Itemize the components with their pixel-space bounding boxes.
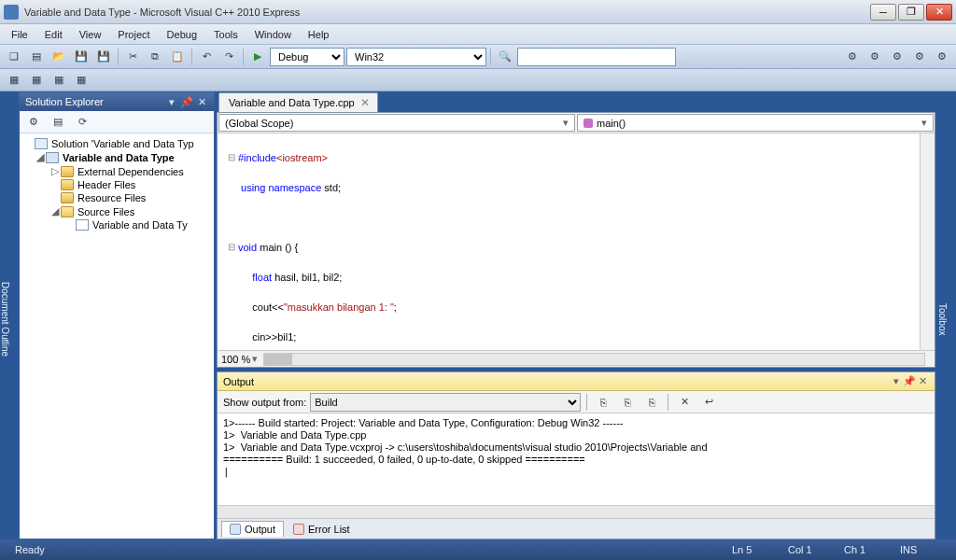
output-pin-icon[interactable]: 📌 [903, 375, 916, 387]
tree-external-deps[interactable]: ▷External Dependencies [20, 164, 214, 178]
separator [118, 49, 119, 65]
document-outline-tab[interactable]: Document Outline [0, 91, 19, 539]
output-header: Output ▾ 📌 ✕ [218, 372, 935, 391]
menu-view[interactable]: View [72, 27, 109, 42]
file-tab-label: Variable and Data Type.cpp [229, 97, 355, 108]
window-title: Variable and Data Type - Microsoft Visua… [24, 7, 870, 18]
output-source-label: Show output from: [223, 397, 306, 408]
properties-icon[interactable]: ⚙ [23, 113, 44, 132]
start-debug-icon[interactable]: ▶ [247, 48, 268, 66]
output-toolbar: Show output from: Build ⎘ ⎘ ⎘ ✕ ↩ [218, 391, 935, 413]
menu-window[interactable]: Window [247, 27, 299, 42]
status-ins: INS [893, 544, 949, 555]
status-ready: Ready [7, 544, 63, 555]
toolbar-main: ❏ ▤ 📂 💾 💾 ✂ ⧉ 📋 ↶ ↷ ▶ Debug Win32 🔍 ⚙ ⚙ … [0, 45, 956, 69]
ext4-icon[interactable]: ⚙ [909, 48, 930, 66]
panel-pin-icon[interactable]: 📌 [180, 95, 193, 108]
editor-wrap: (Global Scope)▾ main()▾ ⊟#include#includ… [217, 112, 935, 368]
tb2-icon3[interactable]: ▦ [49, 71, 69, 90]
ext5-icon[interactable]: ⚙ [932, 48, 952, 66]
refresh-icon[interactable]: ⟳ [72, 113, 92, 132]
output-icon [230, 524, 241, 535]
menu-project[interactable]: Project [110, 27, 157, 42]
tree-cpp-file[interactable]: Variable and Data Ty [20, 218, 214, 231]
menu-file[interactable]: File [4, 27, 35, 42]
separator [191, 49, 192, 65]
method-icon [583, 119, 593, 128]
tb2-icon1[interactable]: ▦ [4, 71, 24, 90]
tree-project[interactable]: ◢Variable and Data Type [20, 150, 214, 164]
menu-tools[interactable]: Tools [206, 27, 246, 42]
out-tb-clear-icon[interactable]: ✕ [674, 393, 695, 412]
main-area: Document Outline Solution Explorer ▾ 📌 ✕… [0, 91, 956, 539]
find-input[interactable] [517, 48, 676, 66]
out-tb-icon1[interactable]: ⎘ [593, 393, 613, 412]
status-col: Col 1 [780, 544, 836, 555]
output-text[interactable]: 1>------ Build started: Project: Variabl… [218, 413, 935, 505]
tb2-icon2[interactable]: ▦ [26, 71, 47, 90]
add-item-icon[interactable]: ▤ [26, 48, 47, 66]
separator [243, 49, 244, 65]
panel-title: Solution Explorer [25, 96, 104, 107]
output-source-dropdown[interactable]: Build [310, 393, 581, 412]
restore-button[interactable]: ❐ [898, 4, 924, 21]
copy-icon[interactable]: ⧉ [145, 48, 165, 66]
panel-close-icon[interactable]: ✕ [195, 95, 208, 108]
output-scroll-h[interactable] [218, 505, 935, 518]
toolbar-secondary: ▦ ▦ ▦ ▦ [0, 69, 956, 91]
tree-solution[interactable]: Solution 'Variable and Data Typ [20, 137, 214, 150]
config-dropdown[interactable]: Debug [270, 48, 344, 66]
titlebar: Variable and Data Type - Microsoft Visua… [0, 0, 956, 24]
solution-tree: Solution 'Variable and Data Typ ◢Variabl… [20, 133, 214, 539]
toolbox-tab[interactable]: Toolbox [937, 91, 956, 539]
bottom-tab-output[interactable]: Output [221, 521, 284, 537]
platform-dropdown[interactable]: Win32 [346, 48, 486, 66]
out-tb-wrap-icon[interactable]: ↩ [698, 393, 719, 412]
tree-header-files[interactable]: Header Files [20, 178, 214, 191]
ext1-icon[interactable]: ⚙ [842, 48, 863, 66]
panel-dropdown-icon[interactable]: ▾ [165, 95, 178, 108]
output-close-icon[interactable]: ✕ [916, 375, 929, 387]
status-line: Ln 5 [724, 544, 780, 555]
code-editor[interactable]: ⊟#include#include<iostream><iostream> us… [218, 133, 920, 350]
tree-resource-files[interactable]: Resource Files [20, 191, 214, 204]
output-panel: Output ▾ 📌 ✕ Show output from: Build ⎘ ⎘… [217, 371, 935, 539]
scope-method-dropdown[interactable]: main()▾ [577, 114, 934, 132]
scope-row: (Global Scope)▾ main()▾ [218, 113, 935, 133]
save-icon[interactable]: 💾 [71, 48, 91, 66]
tb2-icon4[interactable]: ▦ [71, 71, 91, 90]
output-dropdown-icon[interactable]: ▾ [890, 375, 903, 387]
solution-explorer-toolbar: ⚙ ▤ ⟳ [20, 111, 214, 133]
bottom-tabs: Output Error List [218, 518, 935, 539]
paste-icon[interactable]: 📋 [167, 48, 188, 66]
status-bar: Ready Ln 5 Col 1 Ch 1 INS [0, 539, 956, 560]
scope-global-dropdown[interactable]: (Global Scope)▾ [218, 114, 575, 132]
redo-icon[interactable]: ↷ [218, 48, 239, 66]
ext2-icon[interactable]: ⚙ [865, 48, 885, 66]
tree-source-files[interactable]: ◢Source Files [20, 204, 214, 218]
editor-scroll-v[interactable] [920, 133, 935, 350]
tab-close-icon[interactable]: ✕ [360, 96, 370, 109]
close-button[interactable]: ✕ [926, 4, 952, 21]
ext3-icon[interactable]: ⚙ [887, 48, 907, 66]
app-window: Variable and Data Type - Microsoft Visua… [0, 0, 956, 560]
minimize-button[interactable]: ─ [870, 4, 896, 21]
show-all-icon[interactable]: ▤ [48, 113, 68, 132]
editor-scroll-h[interactable] [263, 353, 925, 366]
menu-help[interactable]: Help [301, 27, 337, 42]
zoom-level[interactable]: 100 % [221, 354, 250, 365]
menubar: File Edit View Project Debug Tools Windo… [0, 24, 956, 45]
open-icon[interactable]: 📂 [49, 48, 69, 66]
file-tab-active[interactable]: Variable and Data Type.cpp ✕ [218, 92, 378, 112]
output-title: Output [223, 376, 254, 387]
find-icon[interactable]: 🔍 [495, 48, 515, 66]
undo-icon[interactable]: ↶ [196, 48, 217, 66]
out-tb-icon3[interactable]: ⎘ [641, 393, 662, 412]
bottom-tab-errorlist[interactable]: Error List [286, 522, 358, 537]
cut-icon[interactable]: ✂ [122, 48, 143, 66]
save-all-icon[interactable]: 💾 [93, 48, 114, 66]
menu-debug[interactable]: Debug [160, 27, 204, 42]
out-tb-icon2[interactable]: ⎘ [617, 393, 638, 412]
new-project-icon[interactable]: ❏ [4, 48, 24, 66]
menu-edit[interactable]: Edit [37, 27, 70, 42]
